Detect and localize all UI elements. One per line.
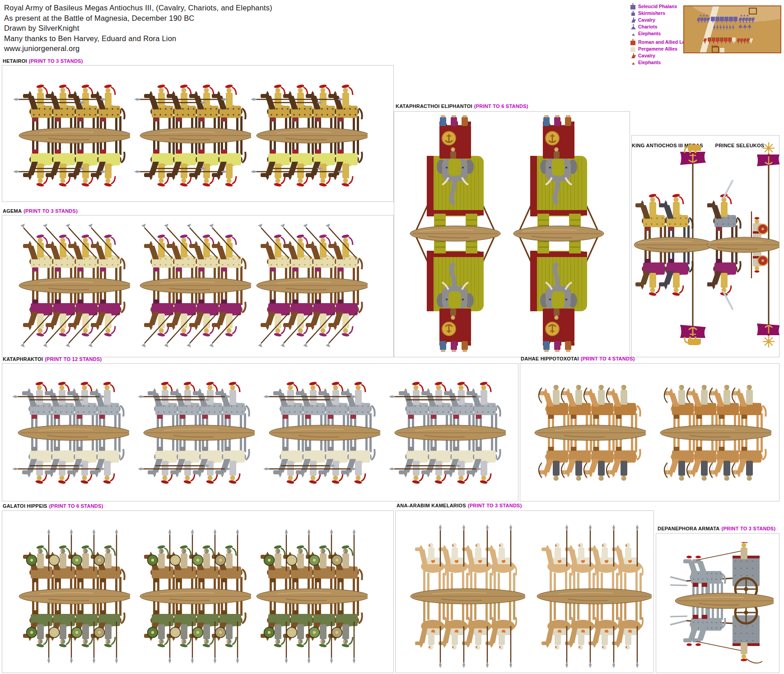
unit-name: HETAIROI <box>3 58 27 64</box>
stand-kataphraktoi-4 <box>387 365 506 499</box>
section-label-kamelarios: ANA-ARABIM KAMELARIOS(PRINT TO 3 STANDS) <box>397 503 522 508</box>
map-legend: Seleucid Phalanx Skirmishers Cavalry Cha… <box>630 3 688 66</box>
legend-item-phalanx: Seleucid Phalanx <box>630 3 688 10</box>
print-note: (PRINT TO 3 STANDS) <box>722 526 776 531</box>
legend-label: Elephants <box>638 31 661 37</box>
unit-name: KATAPHRAKTOI <box>3 356 43 362</box>
sheet-url: www.juniorgeneral.org <box>4 43 272 54</box>
print-note: (PRINT TO 4 STANDS) <box>581 356 635 361</box>
elephants-red-icon <box>630 59 637 66</box>
stand-galatoi-1 <box>12 522 130 673</box>
print-note: (PRINT TO 3 STANDS) <box>468 503 522 508</box>
legend-item-elephants: Elephants <box>630 30 688 37</box>
stand-graphic <box>403 115 509 352</box>
stand-king <box>634 140 718 350</box>
seleucid-phalanx-icon <box>630 3 637 10</box>
stand-graphic <box>527 365 646 497</box>
legend-label: Seleucid Phalanx <box>638 4 677 10</box>
print-note: (PRINT TO 3 STANDS) <box>23 208 78 214</box>
stand-graphic <box>262 365 380 497</box>
stand-graphic <box>507 115 613 352</box>
unit-name: ANA-ARABIM KAMELARIOS <box>397 503 466 508</box>
unit-name: KATAPHRACTHOI ELIPHANTOI <box>396 103 472 109</box>
cavalry-icon <box>630 17 637 23</box>
battle-map <box>683 5 781 53</box>
legend-label: Cavalry <box>638 17 655 23</box>
print-note: (PRINT TO 6 STANDS) <box>49 503 103 509</box>
stand-graphic <box>12 522 130 671</box>
legend-item-skirmishers: Skirmishers <box>630 10 688 17</box>
section-label-agema: AGEMA(PRINT TO 3 STANDS) <box>3 208 78 214</box>
sheet-author: Drawn by SilverKnight <box>4 23 272 33</box>
stand-graphic <box>634 140 718 348</box>
chariots-icon <box>630 23 637 30</box>
stand-graphic <box>387 365 506 497</box>
stand-graphic <box>12 68 130 200</box>
cavalry-red-icon <box>630 52 637 59</box>
stand-agema-1 <box>12 218 130 351</box>
stand-kataphraktoi-2 <box>136 365 255 499</box>
pergamene-allies-icon <box>630 46 637 52</box>
legend-item-cavalry-red: Cavalry <box>630 52 688 59</box>
stand-kataphraktoi-3 <box>262 365 380 499</box>
stand-kamelarios-1 <box>403 520 525 673</box>
legend-item-elephants-red: Elephants <box>630 59 688 66</box>
section-label-eliphantoi: KATAPHRACTHOI ELIPHANTOI(PRINT TO 6 STAN… <box>396 103 528 109</box>
print-note: (PRINT TO 6 STANDS) <box>474 103 528 109</box>
stand-dahae-1 <box>527 365 646 499</box>
stand-graphic <box>133 68 251 200</box>
stand-dahae-2 <box>653 365 771 499</box>
stand-graphic <box>403 520 525 671</box>
stand-agema-3 <box>249 218 368 351</box>
roman-legions-icon <box>630 39 637 46</box>
stand-eliphantoi-1 <box>403 115 509 354</box>
legend-item-cavalry: Cavalry <box>630 17 688 23</box>
section-label-kataphraktoi: KATAPHRAKTOI(PRINT TO 12 STANDS) <box>3 356 102 362</box>
stand-armata-1 <box>663 542 774 670</box>
legend-label: Pergamene Allies <box>638 46 677 52</box>
stand-prince <box>707 140 779 350</box>
print-note: (PRINT TO 3 STANDS) <box>29 58 83 64</box>
legend-label: Skirmishers <box>638 10 665 17</box>
legend-label: Elephants <box>638 60 661 66</box>
stand-graphic <box>249 68 368 200</box>
sheet-subtitle: As present at the Battle of Magnesia, De… <box>4 13 272 23</box>
stand-graphic <box>133 218 251 350</box>
stand-hetairoi-3 <box>249 68 368 201</box>
stand-graphic <box>249 522 368 671</box>
unit-name: DAHAE HIPPOTOXOTAI <box>521 356 579 361</box>
stand-galatoi-3 <box>249 522 368 673</box>
section-label-galatoi: GALATOI HIPPEIS(PRINT TO 6 STANDS) <box>3 503 103 509</box>
legend-item-chariots: Chariots <box>630 23 688 30</box>
legend-item-roman: Roman and Allied Legions <box>630 39 688 46</box>
stand-graphic <box>136 365 255 497</box>
stand-graphic <box>530 520 652 671</box>
stand-agema-2 <box>133 218 251 351</box>
stand-graphic <box>12 218 130 350</box>
legend-item-pergamene: Pergamene Allies <box>630 46 688 52</box>
stand-graphic <box>663 542 774 669</box>
unit-name: DEPANEPHORA ARMATA <box>658 526 720 531</box>
stand-graphic <box>249 218 368 350</box>
elephants-icon <box>630 30 637 37</box>
unit-name: GALATOI HIPPEIS <box>3 503 47 509</box>
skirmishers-icon <box>630 10 637 17</box>
stand-hetairoi-2 <box>133 68 251 201</box>
sheet-credits: Many thanks to Ben Harvey, Eduard and Ro… <box>4 33 272 44</box>
section-label-hetairoi: HETAIROI(PRINT TO 3 STANDS) <box>3 58 83 64</box>
legend-label: Chariots <box>638 24 658 30</box>
title-block: Royal Army of Basileus Megas Antiochus I… <box>4 3 272 54</box>
stand-galatoi-2 <box>133 522 251 673</box>
stand-hetairoi-1 <box>12 68 130 201</box>
battle-map-graphic <box>683 5 781 53</box>
legend-label: Cavalry <box>638 53 655 59</box>
unit-name: AGEMA <box>3 208 22 214</box>
stand-kataphraktoi-1 <box>11 365 129 499</box>
sheet-title: Royal Army of Basileus Megas Antiochus I… <box>4 3 272 13</box>
stand-graphic <box>653 365 771 497</box>
section-label-armata: DEPANEPHORA ARMATA(PRINT TO 3 STANDS) <box>658 526 775 531</box>
stand-graphic <box>707 140 779 348</box>
stand-eliphantoi-2 <box>507 115 613 354</box>
print-note: (PRINT TO 12 STANDS) <box>45 356 102 362</box>
stand-graphic <box>11 365 129 497</box>
